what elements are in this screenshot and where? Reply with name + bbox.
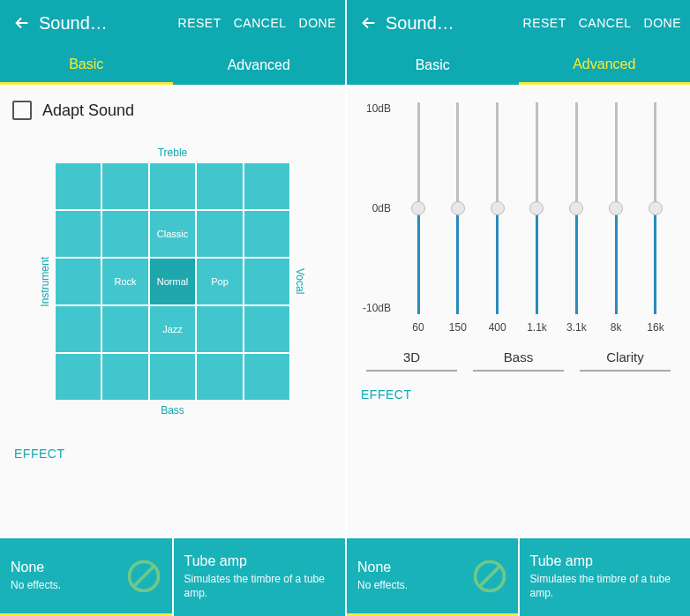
grid-cell[interactable] [244, 353, 290, 401]
grid-cell[interactable] [244, 210, 290, 258]
grid-cell[interactable] [55, 162, 101, 210]
tab-basic[interactable]: Basic [347, 46, 519, 85]
eq-slider-1.1k[interactable] [518, 102, 555, 314]
adapt-sound-checkbox[interactable] [12, 101, 32, 120]
freq-label: 400 [479, 321, 516, 334]
freq-labels: 60 150 400 1.1k 3.1k 8k 16k [359, 321, 678, 334]
topbar: Sound… RESET CANCEL DONE [0, 0, 345, 46]
slider-thumb[interactable] [529, 201, 544, 215]
extra-3d[interactable]: 3D [366, 349, 457, 372]
arrow-left-icon [359, 13, 379, 33]
preset-normal[interactable]: Normal [149, 258, 196, 305]
extra-clarity[interactable]: Clarity [580, 349, 671, 372]
axis-bass: Bass [39, 404, 306, 417]
eq-slider-60[interactable] [400, 102, 437, 314]
effect-section-label: EFFECT [359, 387, 678, 402]
extra-effects-row: 3D Bass Clarity [359, 349, 678, 372]
cancel-button[interactable]: CANCEL [234, 16, 287, 30]
grid-cell[interactable] [55, 353, 101, 401]
db-mid: 0dB [359, 202, 391, 214]
effect-tube-amp[interactable]: Tube amp Simulates the timbre of a tube … [174, 538, 346, 616]
no-symbol-icon [470, 557, 509, 596]
slider-thumb[interactable] [569, 201, 583, 215]
grid-cell[interactable] [196, 210, 243, 258]
screen-advanced: Sound… RESET CANCEL DONE Basic Advanced … [345, 0, 690, 616]
grid-cell[interactable] [244, 162, 290, 210]
eq-slider-400[interactable] [479, 102, 516, 314]
grid-cell[interactable] [244, 258, 290, 305]
page-title: Sound… [386, 13, 454, 34]
tab-advanced[interactable]: Advanced [173, 46, 346, 85]
slider-thumb[interactable] [411, 201, 425, 215]
effect-tube-title: Tube amp [184, 553, 335, 569]
cancel-button[interactable]: CANCEL [579, 16, 632, 30]
effect-tube-desc: Simulates the timbre of a tube amp. [184, 573, 335, 600]
grid-cell[interactable] [101, 162, 148, 210]
equalizer: 10dB 0dB -10dB 60 150 400 1.1k [359, 97, 678, 379]
slider-thumb[interactable] [451, 201, 465, 215]
topbar: Sound… RESET CANCEL DONE [347, 0, 690, 46]
freq-label: 60 [400, 321, 437, 334]
back-button[interactable] [9, 10, 35, 36]
screen-basic: Sound… RESET CANCEL DONE Basic Advanced … [0, 0, 345, 616]
grid-cell[interactable] [55, 305, 101, 353]
grid-cell[interactable] [244, 305, 290, 353]
grid-cell[interactable] [149, 162, 196, 210]
axis-treble: Treble [39, 146, 306, 159]
advanced-body: 10dB 0dB -10dB 60 150 400 1.1k [347, 85, 690, 538]
eq-slider-8k[interactable] [597, 102, 634, 314]
freq-label: 1.1k [518, 321, 555, 334]
effect-none[interactable]: None No effects. [347, 538, 518, 616]
header-actions: RESET CANCEL DONE [178, 16, 336, 30]
header: Sound… RESET CANCEL DONE Basic Advanced [0, 0, 345, 85]
tab-basic[interactable]: Basic [0, 46, 173, 85]
effect-tube-title: Tube amp [530, 553, 680, 569]
grid-cell[interactable] [149, 353, 196, 401]
basic-body: Adapt Sound Treble Instrument Classic Ro… [0, 85, 345, 538]
header-actions: RESET CANCEL DONE [523, 16, 681, 30]
axis-instrument: Instrument [39, 257, 55, 307]
grid-cell[interactable] [55, 258, 101, 305]
grid-cell[interactable] [101, 305, 148, 353]
preset-classic[interactable]: Classic [149, 210, 196, 258]
preset-pop[interactable]: Pop [196, 258, 243, 305]
done-button[interactable]: DONE [644, 16, 681, 30]
done-button[interactable]: DONE [299, 16, 336, 30]
freq-label: 8k [597, 321, 634, 334]
tabs: Basic Advanced [0, 46, 345, 85]
grid-cell[interactable] [55, 210, 101, 258]
slider-thumb[interactable] [491, 201, 505, 215]
preset-grid[interactable]: Classic RockNormalPop Jazz [55, 162, 290, 401]
eq-sliders [396, 102, 678, 314]
eq-slider-16k[interactable] [637, 102, 674, 314]
back-button[interactable] [356, 10, 382, 36]
freq-label: 3.1k [558, 321, 595, 334]
preset-rock[interactable]: Rock [101, 258, 148, 305]
tab-advanced[interactable]: Advanced [519, 46, 691, 85]
page-title: Sound… [39, 13, 108, 34]
grid-cell[interactable] [101, 353, 148, 401]
effect-none[interactable]: None No effects. [0, 538, 172, 616]
preset-jazz[interactable]: Jazz [149, 305, 196, 353]
freq-label: 16k [637, 321, 674, 334]
grid-cell[interactable] [196, 162, 243, 210]
adapt-sound-row: Adapt Sound [12, 101, 333, 120]
db-bot: -10dB [359, 302, 391, 314]
grid-cell[interactable] [101, 210, 148, 258]
effects-row: None No effects. Tube amp Simulates the … [0, 538, 345, 616]
extra-bass[interactable]: Bass [473, 349, 564, 372]
reset-button[interactable]: RESET [523, 16, 566, 30]
tabs: Basic Advanced [347, 46, 690, 85]
effect-tube-amp[interactable]: Tube amp Simulates the timbre of a tube … [520, 538, 691, 616]
axis-vocal: Vocal [290, 268, 306, 294]
arrow-left-icon [12, 13, 32, 33]
grid-cell[interactable] [196, 353, 243, 401]
adapt-sound-label: Adapt Sound [42, 101, 134, 120]
reset-button[interactable]: RESET [178, 16, 221, 30]
slider-thumb[interactable] [609, 201, 623, 215]
eq-slider-3.1k[interactable] [558, 102, 595, 314]
slider-thumb[interactable] [649, 201, 663, 215]
eq-slider-150[interactable] [439, 102, 476, 314]
header: Sound… RESET CANCEL DONE Basic Advanced [347, 0, 690, 85]
grid-cell[interactable] [196, 305, 243, 353]
